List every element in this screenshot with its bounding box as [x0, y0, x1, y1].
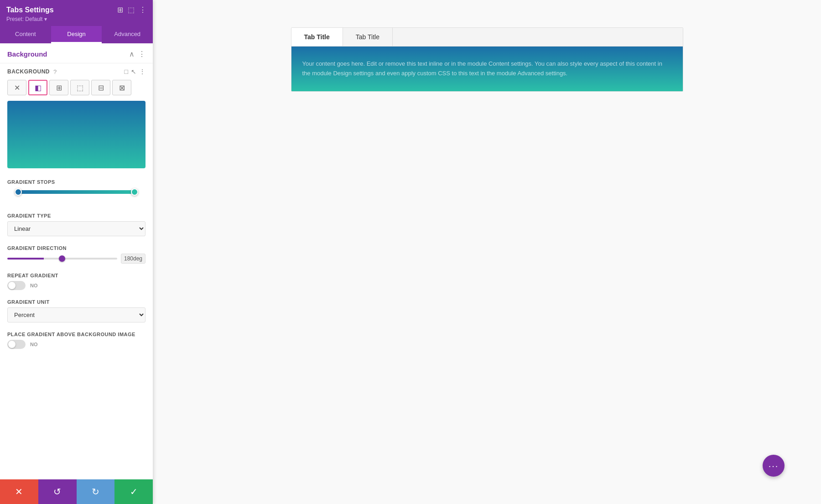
section-title: Background [7, 50, 47, 58]
gradient-unit-select[interactable]: Percent Em Rem Px Vh Vw [7, 307, 145, 322]
repeat-gradient-toggle[interactable] [7, 281, 26, 290]
repeat-gradient-label: Repeat Gradient [7, 273, 145, 278]
gradient-direction-group: Gradient Direction 180deg [0, 242, 153, 269]
repeat-gradient-toggle-label: NO [30, 283, 38, 288]
place-gradient-toggle-row: NO [7, 340, 145, 349]
field-row-icons: □ ↖ ⋮ [125, 68, 145, 75]
gradient-stops-group: Gradient Stops [0, 176, 153, 209]
device-icon[interactable]: □ [125, 68, 128, 75]
preset-selector[interactable]: Preset: Default [6, 16, 146, 22]
settings-panel: Tabs Settings ⊞ ⬚ ⋮ Preset: Default Cont… [0, 0, 153, 504]
gradient-stop-right[interactable] [131, 188, 138, 196]
tab-content[interactable]: Content [0, 26, 51, 43]
cancel-button[interactable]: ✕ [0, 479, 38, 504]
gradient-unit-group: Gradient Unit Percent Em Rem Px Vh Vw [0, 296, 153, 328]
section-controls: ∧ ⋮ [129, 50, 145, 58]
gradient-unit-label: Gradient Unit [7, 299, 145, 305]
field-more-icon[interactable]: ⋮ [139, 68, 145, 75]
main-area: Tab Title Tab Title Your content goes he… [153, 0, 821, 504]
gradient-preview [7, 101, 145, 168]
tabs-widget-header: Tab Title Tab Title [291, 28, 683, 47]
tab-title-2[interactable]: Tab Title [343, 28, 393, 46]
tabs-widget: Tab Title Tab Title Your content goes he… [291, 27, 683, 92]
toggle-knob [8, 282, 16, 289]
save-button[interactable]: ✓ [114, 479, 153, 504]
panel-body: Background ∧ ⋮ Background ? □ ↖ ⋮ ✕ ◧ ⊞ … [0, 43, 153, 479]
gradient-stop-left[interactable] [15, 188, 22, 196]
layout-icon[interactable]: ⬚ [128, 5, 135, 14]
bg-type-image[interactable]: ⊞ [49, 80, 68, 95]
bg-type-pattern[interactable]: ⊟ [91, 80, 110, 95]
bg-type-color[interactable]: ◧ [28, 80, 47, 95]
bg-type-video[interactable]: ⬚ [70, 80, 89, 95]
help-icon[interactable]: ? [53, 68, 57, 75]
redo-button[interactable]: ↻ [77, 479, 115, 504]
tabs-widget-text: Your content goes here. Edit or remove t… [302, 59, 672, 78]
panel-title: Tabs Settings [6, 6, 54, 14]
fab-icon: ··· [769, 461, 779, 471]
repeat-gradient-toggle-row: NO [7, 281, 145, 290]
bg-type-none[interactable]: ✕ [7, 80, 26, 95]
panel-header: Tabs Settings ⊞ ⬚ ⋮ Preset: Default [0, 0, 153, 26]
gradient-type-group: Gradient Type Linear Radial [0, 209, 153, 242]
gradient-direction-slider[interactable] [7, 258, 117, 260]
bg-type-buttons: ✕ ◧ ⊞ ⬚ ⊟ ⊠ [0, 78, 153, 101]
more-icon[interactable]: ⋮ [139, 5, 146, 14]
background-field-label: Background [7, 68, 50, 75]
gradient-stops-row [7, 187, 145, 204]
tab-design[interactable]: Design [51, 26, 102, 43]
gradient-direction-label: Gradient Direction [7, 245, 145, 251]
tab-title-1[interactable]: Tab Title [291, 28, 343, 46]
panel-bottom: ✕ ↺ ↻ ✓ [0, 479, 153, 504]
background-section-header: Background ∧ ⋮ [0, 43, 153, 63]
bg-type-mask[interactable]: ⊠ [112, 80, 131, 95]
gradient-direction-value: 180deg [121, 254, 145, 264]
gradient-direction-slider-row: 180deg [7, 254, 145, 264]
gradient-stops-label: Gradient Stops [7, 179, 145, 185]
redo-icon: ↻ [92, 486, 99, 497]
undo-button[interactable]: ↺ [38, 479, 77, 504]
collapse-icon[interactable]: ∧ [129, 50, 135, 58]
section-more-icon[interactable]: ⋮ [138, 50, 145, 58]
place-gradient-label: Place Gradient Above Background Image [7, 332, 145, 337]
cancel-icon: ✕ [15, 486, 23, 497]
panel-tabs: Content Design Advanced [0, 26, 153, 43]
place-gradient-toggle-knob [8, 341, 16, 348]
background-label-row: Background ? □ ↖ ⋮ [0, 63, 153, 78]
gradient-type-label: Gradient Type [7, 213, 145, 218]
place-gradient-toggle[interactable] [7, 340, 26, 349]
gradient-type-select[interactable]: Linear Radial [7, 221, 145, 236]
place-gradient-group: Place Gradient Above Background Image NO [0, 328, 153, 354]
panel-title-icons: ⊞ ⬚ ⋮ [117, 5, 146, 14]
repeat-gradient-group: Repeat Gradient NO [0, 269, 153, 296]
tab-advanced[interactable]: Advanced [102, 26, 153, 43]
responsive-icon[interactable]: ⊞ [117, 5, 123, 14]
save-icon: ✓ [130, 486, 138, 497]
floating-action-button[interactable]: ··· [763, 455, 785, 477]
cursor-icon[interactable]: ↖ [131, 68, 136, 75]
gradient-stops-bar [15, 190, 138, 194]
gradient-stops-track[interactable] [15, 187, 138, 197]
tabs-widget-content: Your content goes here. Edit or remove t… [291, 47, 683, 91]
undo-icon: ↺ [53, 486, 61, 497]
place-gradient-toggle-label: NO [30, 342, 38, 347]
